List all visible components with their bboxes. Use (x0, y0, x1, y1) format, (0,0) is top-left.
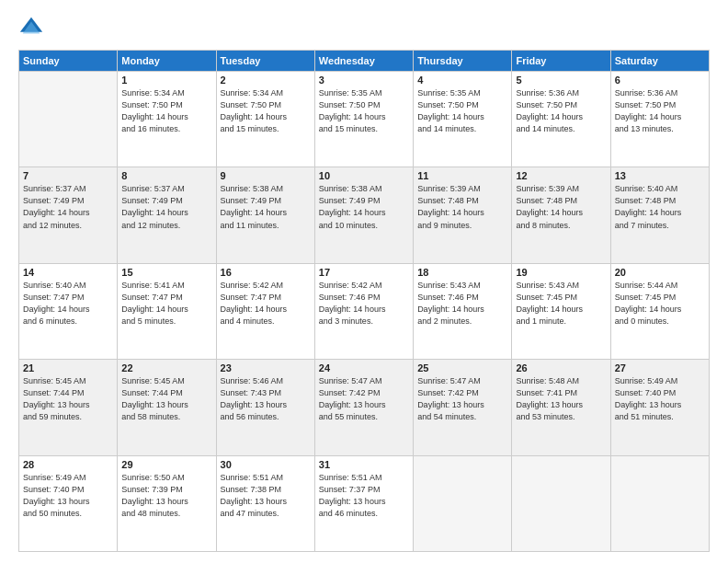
day-number: 7 (23, 170, 113, 181)
weekday-monday: Monday (118, 51, 216, 72)
day-number: 1 (121, 75, 211, 86)
day-info: Sunrise: 5:47 AM Sunset: 7:42 PM Dayligh… (319, 375, 409, 423)
day-info: Sunrise: 5:46 AM Sunset: 7:43 PM Dayligh… (221, 375, 311, 423)
calendar-cell: 8Sunrise: 5:37 AM Sunset: 7:49 PM Daylig… (118, 167, 216, 263)
day-info: Sunrise: 5:49 AM Sunset: 7:40 PM Dayligh… (615, 375, 705, 423)
day-info: Sunrise: 5:43 AM Sunset: 7:46 PM Dayligh… (417, 280, 507, 327)
day-info: Sunrise: 5:36 AM Sunset: 7:50 PM Dayligh… (516, 87, 606, 135)
day-number: 17 (319, 267, 409, 278)
day-info: Sunrise: 5:34 AM Sunset: 7:50 PM Dayligh… (121, 87, 211, 135)
day-number: 8 (121, 170, 211, 181)
day-number: 18 (417, 267, 507, 278)
day-number: 25 (417, 362, 507, 373)
day-number: 31 (319, 459, 409, 470)
day-number: 5 (516, 75, 606, 86)
calendar-cell: 6Sunrise: 5:36 AM Sunset: 7:50 PM Daylig… (610, 72, 709, 167)
day-info: Sunrise: 5:51 AM Sunset: 7:37 PM Dayligh… (319, 472, 409, 520)
calendar-cell: 1Sunrise: 5:34 AM Sunset: 7:50 PM Daylig… (118, 72, 216, 167)
calendar-cell: 16Sunrise: 5:42 AM Sunset: 7:47 PM Dayli… (216, 263, 314, 359)
logo (18, 15, 48, 40)
calendar-week-3: 21Sunrise: 5:45 AM Sunset: 7:44 PM Dayli… (19, 360, 710, 455)
calendar-week-0: 1Sunrise: 5:34 AM Sunset: 7:50 PM Daylig… (19, 72, 710, 167)
calendar-cell (610, 455, 709, 551)
day-number: 9 (221, 170, 311, 181)
calendar-cell: 23Sunrise: 5:46 AM Sunset: 7:43 PM Dayli… (216, 360, 314, 455)
day-number: 21 (23, 362, 113, 373)
weekday-saturday: Saturday (610, 51, 709, 72)
day-number: 28 (23, 459, 113, 470)
calendar-cell (414, 455, 512, 551)
weekday-thursday: Thursday (414, 51, 512, 72)
calendar-week-1: 7Sunrise: 5:37 AM Sunset: 7:49 PM Daylig… (19, 167, 710, 263)
calendar-cell: 31Sunrise: 5:51 AM Sunset: 7:37 PM Dayli… (314, 455, 413, 551)
calendar-cell: 22Sunrise: 5:45 AM Sunset: 7:44 PM Dayli… (118, 360, 216, 455)
page: SundayMondayTuesdayWednesdayThursdayFrid… (0, 0, 728, 563)
day-number: 6 (615, 75, 705, 86)
day-info: Sunrise: 5:35 AM Sunset: 7:50 PM Dayligh… (417, 87, 507, 135)
weekday-friday: Friday (512, 51, 610, 72)
day-number: 27 (615, 362, 705, 373)
day-info: Sunrise: 5:38 AM Sunset: 7:49 PM Dayligh… (319, 183, 409, 231)
calendar-cell: 10Sunrise: 5:38 AM Sunset: 7:49 PM Dayli… (314, 167, 413, 263)
day-number: 13 (615, 170, 705, 181)
calendar-cell: 26Sunrise: 5:48 AM Sunset: 7:41 PM Dayli… (512, 360, 610, 455)
day-info: Sunrise: 5:42 AM Sunset: 7:47 PM Dayligh… (221, 280, 311, 327)
weekday-tuesday: Tuesday (216, 51, 314, 72)
calendar-cell: 11Sunrise: 5:39 AM Sunset: 7:48 PM Dayli… (414, 167, 512, 263)
day-info: Sunrise: 5:45 AM Sunset: 7:44 PM Dayligh… (121, 375, 211, 423)
day-info: Sunrise: 5:49 AM Sunset: 7:40 PM Dayligh… (23, 472, 113, 520)
calendar-cell: 30Sunrise: 5:51 AM Sunset: 7:38 PM Dayli… (216, 455, 314, 551)
calendar-cell (19, 72, 118, 167)
day-info: Sunrise: 5:34 AM Sunset: 7:50 PM Dayligh… (221, 87, 311, 135)
calendar-cell: 21Sunrise: 5:45 AM Sunset: 7:44 PM Dayli… (19, 360, 118, 455)
day-info: Sunrise: 5:48 AM Sunset: 7:41 PM Dayligh… (516, 375, 606, 423)
day-number: 30 (221, 459, 311, 470)
day-number: 24 (319, 362, 409, 373)
day-info: Sunrise: 5:51 AM Sunset: 7:38 PM Dayligh… (221, 472, 311, 520)
calendar-cell: 17Sunrise: 5:42 AM Sunset: 7:46 PM Dayli… (314, 263, 413, 359)
day-info: Sunrise: 5:40 AM Sunset: 7:48 PM Dayligh… (615, 183, 705, 231)
calendar-cell: 5Sunrise: 5:36 AM Sunset: 7:50 PM Daylig… (512, 72, 610, 167)
calendar-cell: 15Sunrise: 5:41 AM Sunset: 7:47 PM Dayli… (118, 263, 216, 359)
calendar-cell: 29Sunrise: 5:50 AM Sunset: 7:39 PM Dayli… (118, 455, 216, 551)
day-number: 15 (121, 267, 211, 278)
day-number: 3 (319, 75, 409, 86)
day-info: Sunrise: 5:37 AM Sunset: 7:49 PM Dayligh… (23, 183, 113, 231)
day-info: Sunrise: 5:45 AM Sunset: 7:44 PM Dayligh… (23, 375, 113, 423)
calendar-cell: 19Sunrise: 5:43 AM Sunset: 7:45 PM Dayli… (512, 263, 610, 359)
day-number: 19 (516, 267, 606, 278)
day-info: Sunrise: 5:41 AM Sunset: 7:47 PM Dayligh… (121, 280, 211, 327)
calendar-cell: 18Sunrise: 5:43 AM Sunset: 7:46 PM Dayli… (414, 263, 512, 359)
day-info: Sunrise: 5:42 AM Sunset: 7:46 PM Dayligh… (319, 280, 409, 327)
day-info: Sunrise: 5:50 AM Sunset: 7:39 PM Dayligh… (121, 472, 211, 520)
calendar-cell: 4Sunrise: 5:35 AM Sunset: 7:50 PM Daylig… (414, 72, 512, 167)
day-info: Sunrise: 5:35 AM Sunset: 7:50 PM Dayligh… (319, 87, 409, 135)
day-info: Sunrise: 5:47 AM Sunset: 7:42 PM Dayligh… (417, 375, 507, 423)
logo-icon (18, 15, 44, 40)
day-info: Sunrise: 5:39 AM Sunset: 7:48 PM Dayligh… (417, 183, 507, 231)
day-number: 4 (417, 75, 507, 86)
day-number: 26 (516, 362, 606, 373)
calendar-cell: 14Sunrise: 5:40 AM Sunset: 7:47 PM Dayli… (19, 263, 118, 359)
weekday-sunday: Sunday (19, 51, 118, 72)
day-info: Sunrise: 5:44 AM Sunset: 7:45 PM Dayligh… (615, 280, 705, 327)
day-info: Sunrise: 5:37 AM Sunset: 7:49 PM Dayligh… (121, 183, 211, 231)
calendar-cell: 13Sunrise: 5:40 AM Sunset: 7:48 PM Dayli… (610, 167, 709, 263)
calendar-cell: 2Sunrise: 5:34 AM Sunset: 7:50 PM Daylig… (216, 72, 314, 167)
calendar-cell (512, 455, 610, 551)
day-number: 14 (23, 267, 113, 278)
weekday-wednesday: Wednesday (314, 51, 413, 72)
calendar-cell: 7Sunrise: 5:37 AM Sunset: 7:49 PM Daylig… (19, 167, 118, 263)
day-number: 29 (121, 459, 211, 470)
calendar-cell: 9Sunrise: 5:38 AM Sunset: 7:49 PM Daylig… (216, 167, 314, 263)
weekday-header-row: SundayMondayTuesdayWednesdayThursdayFrid… (19, 51, 710, 72)
day-info: Sunrise: 5:38 AM Sunset: 7:49 PM Dayligh… (221, 183, 311, 231)
day-number: 23 (221, 362, 311, 373)
calendar-week-2: 14Sunrise: 5:40 AM Sunset: 7:47 PM Dayli… (19, 263, 710, 359)
day-number: 2 (221, 75, 311, 86)
header (18, 15, 710, 40)
day-info: Sunrise: 5:36 AM Sunset: 7:50 PM Dayligh… (615, 87, 705, 135)
calendar-table: SundayMondayTuesdayWednesdayThursdayFrid… (18, 50, 710, 552)
day-number: 10 (319, 170, 409, 181)
calendar-cell: 20Sunrise: 5:44 AM Sunset: 7:45 PM Dayli… (610, 263, 709, 359)
